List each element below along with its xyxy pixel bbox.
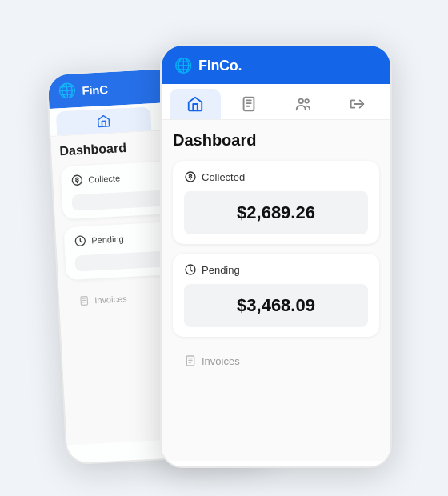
invoices-link-front[interactable]: Invoices [173, 346, 379, 375]
page-title-front: Dashboard [173, 131, 379, 150]
collected-text-back: Collecte [88, 173, 120, 184]
nav-home-back[interactable] [56, 106, 151, 135]
invoices-label-front: Invoices [202, 355, 240, 367]
scene: 🌐 FinC Dashboard [56, 20, 392, 476]
pending-text-front: Pending [202, 264, 240, 276]
collected-value-box-front: $2,689.26 [184, 191, 368, 234]
collected-card-front: Collected $2,689.26 [173, 161, 379, 244]
nav-users-front[interactable] [278, 89, 329, 119]
nav-home-front[interactable] [170, 89, 221, 119]
nav-logout-front[interactable] [332, 89, 383, 119]
brand-name-back: FinC [82, 82, 108, 98]
phone-foreground: 🌐 FinCo. [160, 44, 392, 468]
collected-text-front: Collected [202, 171, 245, 183]
brand-icon-front: 🌐 [174, 57, 192, 74]
pending-text-back: Pending [91, 234, 124, 245]
brand-icon-back: 🌐 [58, 82, 76, 100]
pending-card-front: Pending $3,468.09 [173, 254, 379, 337]
content-front: Dashboard Collected $2,689.26 [162, 120, 390, 461]
pending-label-front: Pending [184, 263, 368, 276]
svg-point-6 [305, 99, 309, 103]
svg-point-5 [298, 99, 303, 103]
collected-label-front: Collected [184, 170, 368, 183]
pending-value-box-front: $3,468.09 [184, 284, 368, 327]
invoices-label-back: Invoices [94, 294, 127, 305]
brand-name-front: FinCo. [198, 58, 242, 74]
nav-front [162, 84, 390, 120]
header-front: 🌐 FinCo. [162, 46, 390, 84]
nav-docs-front[interactable] [224, 89, 275, 119]
pending-value-front: $3,468.09 [237, 295, 315, 315]
collected-value-front: $2,689.26 [237, 202, 315, 222]
